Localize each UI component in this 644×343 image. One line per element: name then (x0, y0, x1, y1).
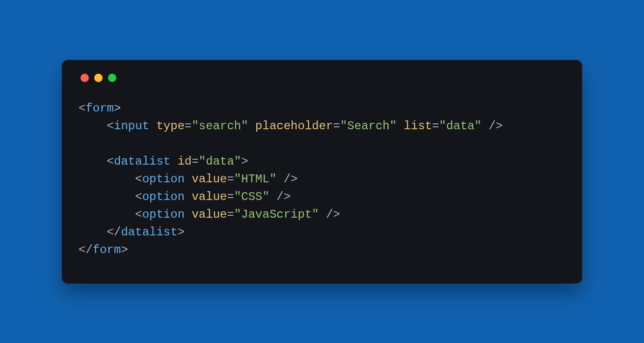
attr-list: list (404, 119, 432, 133)
attr-value-3: value (191, 208, 227, 221)
attr-type: type (156, 119, 185, 133)
tag-input: input (114, 119, 149, 133)
code-window: <form> <input type="search" placeholder=… (62, 60, 582, 284)
val-CSS: CSS (241, 190, 262, 203)
tag-form-close: form (93, 243, 121, 257)
attr-placeholder: placeholder (255, 119, 333, 133)
val-data-1: data (446, 119, 475, 133)
minimize-icon[interactable] (94, 74, 103, 82)
code-block: <form> <input type="search" placeholder=… (79, 100, 565, 259)
val-JavaScript: JavaScript (241, 208, 312, 221)
attr-value-2: value (191, 190, 227, 203)
tag-datalist-close: datalist (121, 226, 177, 239)
tag-option-1: option (142, 172, 185, 186)
attr-id: id (178, 155, 192, 168)
tag-option-2: option (142, 190, 185, 203)
traffic-lights (80, 74, 565, 82)
val-search: search (199, 119, 241, 133)
tag-form-open: form (85, 102, 114, 115)
val-Search: Search (347, 119, 389, 133)
tag-datalist-open: datalist (114, 155, 170, 168)
close-icon[interactable] (80, 74, 89, 82)
attr-value-1: value (191, 172, 227, 186)
tag-option-3: option (142, 208, 185, 221)
val-data-2: data (206, 155, 234, 168)
val-HTML: HTML (241, 172, 269, 186)
maximize-icon[interactable] (108, 74, 116, 82)
